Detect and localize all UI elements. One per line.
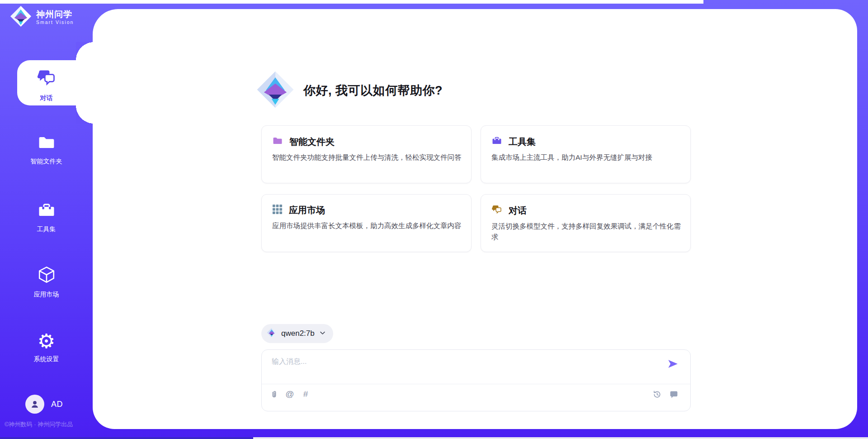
sidebar-item-label: 工具集: [37, 225, 56, 234]
sidebar-item-app-market[interactable]: 应用市场: [0, 265, 93, 299]
message-composer: @ #: [261, 349, 691, 411]
card-title: 应用市场: [289, 204, 325, 216]
greeting-title: 你好, 我可以如何帮助你?: [303, 82, 443, 99]
conversation-list-icon[interactable]: [669, 389, 679, 400]
cube-icon: [37, 265, 56, 286]
sidebar-item-label: 系统设置: [34, 355, 59, 363]
topic-button[interactable]: #: [301, 389, 311, 400]
brand-diamond-logo-small: [267, 328, 277, 339]
card-description: 集成市场上主流工具，助力AI与外界无缝扩展与对接: [491, 152, 682, 163]
card-head: 应用市场: [272, 204, 461, 216]
sidebar-item-settings[interactable]: ⚙ 系统设置: [0, 332, 93, 363]
user-profile[interactable]: AD: [25, 395, 63, 414]
card-description: 灵活切换多模型文件，支持多样回复效果调试，满足个性化需求: [491, 221, 682, 243]
chat-icon: [491, 204, 502, 217]
greeting-row: 你好, 我可以如何帮助你?: [256, 71, 443, 110]
message-input[interactable]: [271, 356, 661, 381]
folder-icon: [272, 135, 283, 148]
brand-diamond-icon: [10, 5, 32, 29]
composer-tools-right: [652, 389, 679, 400]
composer-divider: [262, 384, 690, 384]
brand-diamond-logo-large: [256, 71, 294, 110]
main-content: 你好, 我可以如何帮助你? 智能文件夹 智能文件夹功能支持批量文件上传与清洗，轻…: [93, 9, 857, 429]
model-selector[interactable]: qwen2:7b: [261, 324, 333, 343]
grid-icon: [272, 204, 283, 216]
nav-fillet-top: [76, 42, 94, 60]
card-app-market[interactable]: 应用市场 应用市场提供丰富长文本模板，助力高效生成多样化文章内容: [261, 194, 472, 252]
sidebar-item-label: 对话: [40, 94, 53, 102]
card-head: 智能文件夹: [272, 135, 461, 148]
card-title: 工具集: [509, 136, 536, 148]
card-description: 应用市场提供丰富长文本模板，助力高效生成多样化文章内容: [272, 220, 463, 231]
toolbox-icon: [491, 135, 502, 148]
card-title: 智能文件夹: [289, 136, 335, 148]
copyright-footer: ©神州数码 · 神州问学出品: [5, 420, 73, 429]
card-description: 智能文件夹功能支持批量文件上传与清洗，轻松实现文件问答: [272, 152, 463, 163]
brand-name: 神州问学: [36, 10, 74, 19]
brand-subtitle: Smart Vision: [36, 19, 74, 25]
model-name: qwen2:7b: [281, 329, 315, 338]
user-initials: AD: [51, 400, 63, 409]
sidebar-item-toolset[interactable]: 工具集: [0, 201, 93, 234]
sidebar-item-label: 应用市场: [34, 291, 59, 299]
window-top-edge: [0, 0, 703, 4]
avatar: [25, 395, 44, 414]
send-button[interactable]: [667, 358, 679, 370]
chevron-down-icon: [319, 329, 326, 338]
card-head: 对话: [491, 204, 680, 217]
mention-button[interactable]: @: [285, 389, 295, 400]
app-root: 你好, 我可以如何帮助你? 智能文件夹 智能文件夹功能支持批量文件上传与清洗，轻…: [0, 0, 868, 439]
folder-icon: [37, 134, 56, 153]
history-icon[interactable]: [652, 389, 662, 400]
horizontal-scrollbar-thumb[interactable]: [0, 437, 253, 439]
sidebar-item-label: 智能文件夹: [31, 157, 62, 166]
card-toolset[interactable]: 工具集 集成市场上主流工具，助力AI与外界无缝扩展与对接: [481, 125, 691, 183]
sidebar-item-smart-folder[interactable]: 智能文件夹: [0, 134, 93, 166]
card-head: 工具集: [491, 135, 680, 148]
attachment-button[interactable]: [269, 389, 279, 400]
brand-logo[interactable]: 神州问学 Smart Vision: [10, 5, 74, 29]
card-chat[interactable]: 对话 灵活切换多模型文件，支持多样回复效果调试，满足个性化需求: [481, 194, 691, 252]
gear-icon: ⚙: [38, 332, 55, 351]
feature-cards: 智能文件夹 智能文件夹功能支持批量文件上传与清洗，轻松实现文件问答 工具集: [261, 125, 691, 252]
toolbox-icon: [37, 201, 56, 221]
chat-icon: [37, 68, 57, 90]
card-smart-folder[interactable]: 智能文件夹 智能文件夹功能支持批量文件上传与清洗，轻松实现文件问答: [261, 125, 472, 183]
card-title: 对话: [509, 205, 527, 217]
nav-fillet-bottom: [76, 105, 94, 124]
composer-tools-left: @ #: [269, 389, 311, 400]
sidebar-item-chat[interactable]: 对话: [0, 68, 93, 102]
